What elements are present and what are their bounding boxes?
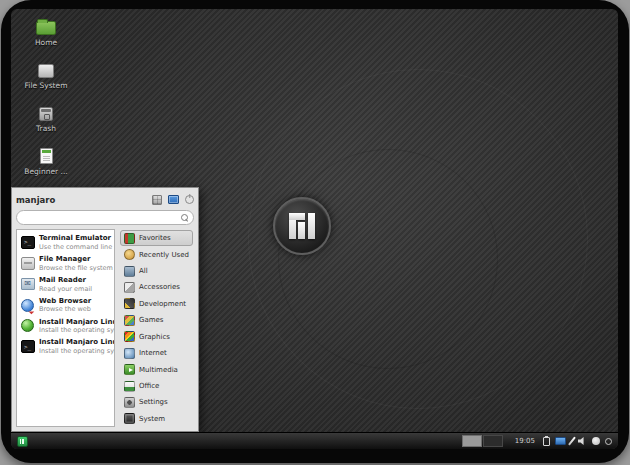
workspace-pager: [462, 435, 503, 447]
internet-icon: [124, 348, 135, 359]
category-system[interactable]: System: [120, 411, 193, 427]
file-manager-icon: [21, 257, 35, 270]
search-input[interactable]: [21, 211, 181, 224]
menu-body: >_ Terminal Emulator Use the command lin…: [16, 229, 194, 427]
search-bar: [16, 210, 194, 225]
recently-used-icon: [124, 249, 135, 260]
category-graphics[interactable]: Graphics: [120, 329, 193, 345]
graphics-icon: [124, 331, 135, 342]
app-item-install-manjaro-cli[interactable]: >_ Install Manjaro Linux (cli) Install t…: [19, 336, 112, 357]
category-settings[interactable]: Settings: [120, 394, 193, 410]
taskbar: 19:05: [11, 432, 618, 449]
install-manjaro-icon: [21, 319, 34, 332]
workspace-1[interactable]: [462, 435, 482, 447]
desktop-icon-label: File System: [25, 81, 68, 90]
menu-actions: [152, 195, 194, 205]
notifications-icon[interactable]: [592, 437, 600, 445]
app-desc: Install the operating system to...: [39, 347, 111, 355]
app-desc: Browse the web: [39, 305, 91, 313]
category-internet[interactable]: Internet: [120, 345, 193, 361]
trash-icon: [39, 107, 53, 121]
desktop-icon-list: Home File System Trash Beginner ...: [17, 17, 75, 176]
category-list: Favorites Recently Used All Accessories: [119, 229, 194, 427]
favorites-icon: [124, 233, 135, 244]
lock-screen-icon[interactable]: [168, 195, 179, 204]
category-recently-used[interactable]: Recently Used: [120, 246, 193, 262]
settings-category-icon: [124, 397, 135, 408]
category-accessories[interactable]: Accessories: [120, 279, 193, 295]
desktop-icon-label: Trash: [36, 124, 56, 133]
desktop-icon-file-system[interactable]: File System: [17, 60, 75, 90]
category-all[interactable]: All: [120, 263, 193, 279]
terminal-icon: >_: [21, 340, 35, 353]
whisker-menu: manjaro >_ Terminal Emulator: [11, 187, 199, 432]
settings-icon[interactable]: [152, 195, 162, 205]
office-icon: [124, 381, 135, 392]
home-folder-icon: [36, 21, 56, 35]
category-multimedia[interactable]: Multimedia: [120, 361, 193, 377]
mail-icon: ✉: [21, 278, 35, 290]
all-apps-icon: [124, 266, 135, 277]
menu-username: manjaro: [16, 195, 55, 205]
volume-icon[interactable]: [578, 437, 587, 445]
workspace-2[interactable]: [483, 435, 503, 447]
category-favorites[interactable]: Favorites: [120, 230, 193, 246]
desktop-icon-home[interactable]: Home: [17, 17, 75, 47]
multimedia-icon: [124, 364, 135, 375]
keyboard-layout-icon[interactable]: [555, 437, 566, 445]
category-development[interactable]: Development: [120, 296, 193, 312]
app-name: Mail Reader: [39, 276, 92, 285]
app-desc: Browse the file system: [39, 264, 111, 272]
app-name: Terminal Emulator: [39, 234, 111, 243]
clipboard-icon[interactable]: [543, 437, 550, 446]
logout-icon[interactable]: [185, 195, 194, 204]
terminal-icon: >_: [21, 236, 35, 249]
category-office[interactable]: Office: [120, 378, 193, 394]
accessories-icon: [124, 282, 135, 293]
desktop-icon-beginner-guide[interactable]: Beginner ...: [17, 146, 75, 176]
app-item-mail-reader[interactable]: ✉ Mail Reader Read your email: [19, 274, 112, 295]
desktop-icon-label: Home: [35, 38, 57, 47]
app-item-web-browser[interactable]: Web Browser Browse the web: [19, 295, 112, 316]
app-item-terminal-emulator[interactable]: >_ Terminal Emulator Use the command lin…: [19, 232, 112, 253]
app-name: Install Manjaro Linux (cli): [39, 338, 111, 347]
document-icon: [40, 148, 53, 164]
desktop: Home File System Trash Beginner ...: [11, 9, 618, 449]
stylus-icon[interactable]: [568, 436, 576, 445]
desktop-icon-trash[interactable]: Trash: [17, 103, 75, 133]
desktop-icon-label: Beginner ...: [24, 167, 67, 176]
app-desc: Install the operating system to...: [39, 326, 111, 334]
app-item-file-manager[interactable]: File Manager Browse the file system: [19, 253, 112, 274]
app-name: Install Manjaro Linux: [39, 318, 111, 327]
menu-button[interactable]: [17, 436, 28, 447]
app-name: Web Browser: [39, 297, 91, 306]
system-icon: [124, 413, 135, 424]
app-item-install-manjaro[interactable]: Install Manjaro Linux Install the operat…: [19, 316, 112, 337]
power-manager-icon[interactable]: [605, 438, 612, 445]
manjaro-logo-icon: [289, 213, 315, 239]
web-browser-icon: [21, 299, 34, 312]
app-desc: Read your email: [39, 285, 92, 293]
desktop-swirl-decoration: [278, 149, 498, 369]
file-system-icon: [38, 64, 54, 78]
screen-bezel: Home File System Trash Beginner ...: [1, 0, 629, 463]
app-list: >_ Terminal Emulator Use the command lin…: [16, 229, 115, 427]
menu-header: manjaro: [16, 191, 194, 208]
category-games[interactable]: Games: [120, 312, 193, 328]
taskbar-right: 19:05: [462, 435, 612, 447]
games-icon: [124, 315, 135, 326]
app-name: File Manager: [39, 255, 111, 264]
app-desc: Use the command line: [39, 243, 111, 251]
clock[interactable]: 19:05: [515, 437, 535, 445]
manjaro-logo-button[interactable]: [273, 197, 331, 255]
development-icon: [124, 298, 135, 309]
search-icon: [181, 214, 189, 222]
